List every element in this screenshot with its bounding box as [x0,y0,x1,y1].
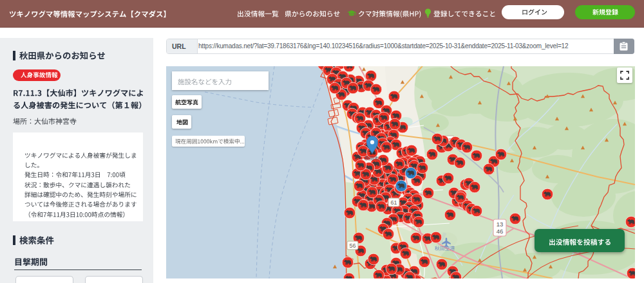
svg-text:13: 13 [497,221,504,228]
svg-text:61: 61 [390,199,397,206]
svg-text:56: 56 [349,242,355,249]
svg-text:46: 46 [497,228,504,235]
